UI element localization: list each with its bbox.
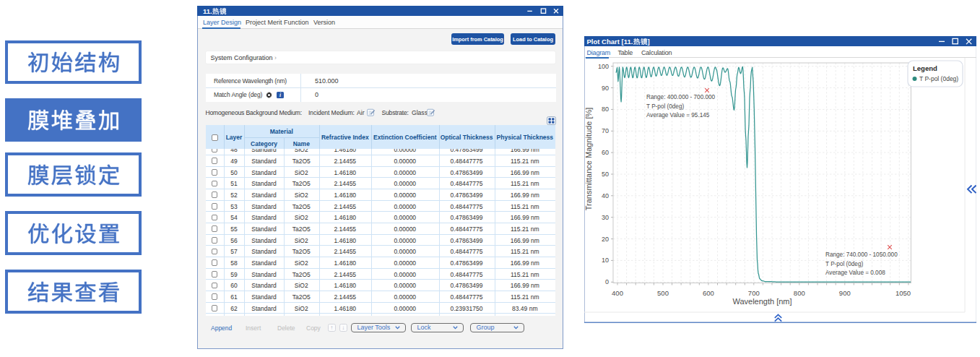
svg-text:T P-pol (0deg): T P-pol (0deg) bbox=[825, 261, 863, 267]
svg-text:1050: 1050 bbox=[896, 289, 911, 297]
svg-text:T P-pol (0deg): T P-pol (0deg) bbox=[646, 103, 684, 110]
svg-text:Average Value = 0.008: Average Value = 0.008 bbox=[825, 270, 885, 276]
svg-text:0: 0 bbox=[605, 278, 609, 285]
svg-text:T P-pol (0deg): T P-pol (0deg) bbox=[919, 75, 958, 82]
svg-text:Wavelength [nm]: Wavelength [nm] bbox=[732, 297, 792, 306]
svg-text:90: 90 bbox=[602, 85, 609, 92]
svg-text:Range: 400.000 - 700.000: Range: 400.000 - 700.000 bbox=[646, 94, 716, 100]
svg-text:Average Value = 95.145: Average Value = 95.145 bbox=[646, 112, 710, 119]
svg-text:600: 600 bbox=[703, 289, 714, 297]
svg-text:10: 10 bbox=[602, 257, 609, 264]
svg-text:900: 900 bbox=[839, 289, 851, 297]
svg-text:80: 80 bbox=[602, 106, 609, 113]
svg-text:Legend: Legend bbox=[913, 64, 937, 72]
svg-text:Transmittance Magnitude [%]: Transmittance Magnitude [%] bbox=[584, 108, 593, 211]
svg-text:40: 40 bbox=[602, 192, 609, 199]
svg-text:Range: 740.000 - 1050.000: Range: 740.000 - 1050.000 bbox=[825, 251, 898, 258]
svg-text:400: 400 bbox=[612, 289, 623, 297]
svg-text:500: 500 bbox=[657, 289, 669, 297]
svg-text:70: 70 bbox=[602, 127, 609, 134]
svg-text:20: 20 bbox=[602, 236, 609, 243]
svg-text:700: 700 bbox=[748, 289, 760, 297]
svg-text:100: 100 bbox=[598, 63, 609, 70]
svg-text:60: 60 bbox=[602, 149, 609, 156]
svg-text:50: 50 bbox=[602, 171, 609, 178]
svg-text:30: 30 bbox=[602, 214, 609, 221]
svg-text:800: 800 bbox=[794, 289, 805, 297]
